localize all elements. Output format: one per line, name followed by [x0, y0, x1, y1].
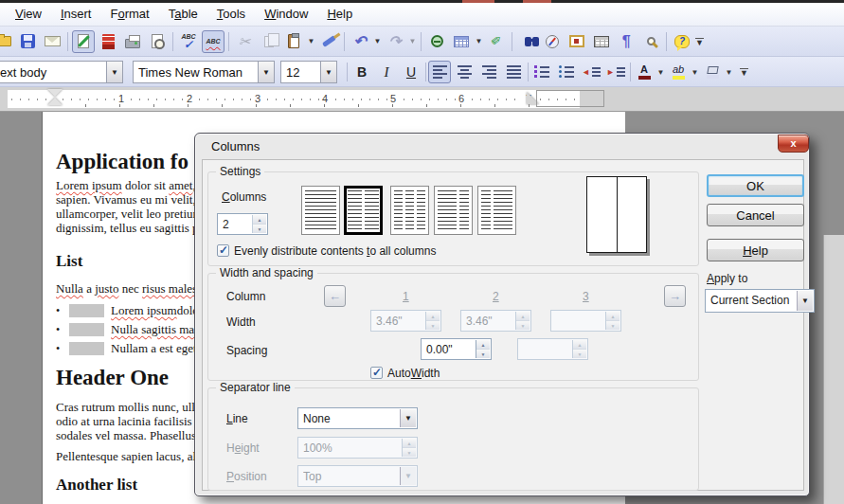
spinner-buttons[interactable]: ▲▼ [476, 340, 490, 358]
cut-icon: ✂ [233, 30, 256, 53]
data-sources-icon[interactable] [590, 30, 613, 53]
formatting-marks-icon[interactable]: ¶ [615, 30, 637, 53]
format-paintbrush-icon[interactable] [317, 30, 340, 53]
preset-three-columns[interactable] [390, 186, 429, 235]
undo-dropdown-icon[interactable]: ▼ [372, 30, 383, 53]
menu-insert[interactable]: Insert [51, 3, 101, 26]
email-icon[interactable] [41, 30, 63, 53]
undo-icon[interactable]: ↶ [349, 30, 371, 53]
spinner-buttons: ▲▼ [515, 312, 530, 330]
spinner-buttons[interactable]: ▲▼ [252, 215, 266, 233]
table-dropdown-icon[interactable]: ▼ [474, 30, 484, 53]
paste-dropdown-icon[interactable]: ▼ [306, 30, 316, 53]
size-dropdown-icon[interactable]: ▼ [320, 62, 336, 82]
zoom-icon[interactable] [639, 30, 662, 53]
doc-paragraph: Pellentesque sapien lacus, aliq [56, 449, 206, 463]
align-center-icon[interactable] [453, 61, 476, 83]
evenly-distribute-checkbox[interactable] [217, 244, 229, 257]
doc-list-intro: Nulla a justo nec risus malesu [56, 281, 204, 296]
next-column-button[interactable]: → [664, 285, 686, 307]
width-column2-field: 3.46" ▲▼ [460, 310, 531, 332]
font-color-dropdown-icon[interactable]: ▼ [655, 61, 666, 83]
ok-button[interactable]: OK [707, 174, 804, 197]
navigator-icon[interactable] [541, 30, 564, 53]
chevron-down-icon: ▼ [400, 467, 416, 485]
align-right-icon[interactable] [477, 61, 500, 83]
chevron-down-icon[interactable]: ▼ [400, 409, 416, 427]
arrow-right-icon: → [669, 289, 681, 303]
bullet-list-icon[interactable] [555, 61, 578, 83]
table-icon[interactable] [450, 30, 473, 53]
cancel-button[interactable]: Cancel [707, 204, 804, 226]
highlighting-icon[interactable]: ab [667, 61, 690, 83]
menu-table[interactable]: Table [159, 3, 207, 26]
gallery-icon[interactable] [566, 30, 588, 53]
columns-count-spinner[interactable]: 2 ▲▼ [217, 213, 268, 235]
help-button[interactable]: Help [707, 239, 804, 261]
bold-icon[interactable]: B [350, 61, 373, 83]
save-icon[interactable] [16, 30, 39, 53]
find-replace-icon[interactable] [516, 30, 539, 53]
page-preview-icon[interactable] [146, 30, 169, 53]
menu-view[interactable]: View [6, 3, 51, 26]
font-size-combo[interactable]: 12 ▼ [280, 61, 337, 83]
apply-to-dropdown[interactable]: Current Section ▼ [705, 289, 815, 313]
paragraph-style-combo[interactable]: ext body ▼ [0, 61, 123, 83]
preset-one-column[interactable] [301, 186, 340, 235]
help-icon[interactable]: ? [671, 30, 693, 53]
autowidth-label[interactable]: AutoWidth [387, 367, 440, 380]
doc-heading-header-one: Header One [56, 366, 169, 390]
font-color-icon[interactable]: A [633, 61, 655, 83]
highlighting-dropdown-icon[interactable]: ▼ [690, 61, 700, 83]
menu-tools[interactable]: Tools [207, 3, 255, 26]
menu-help[interactable]: Help [317, 3, 362, 26]
vertical-scrollbar[interactable] [823, 235, 844, 504]
menu-window[interactable]: Window [255, 3, 317, 26]
toolbar-more-options-icon[interactable]: ▼ [694, 30, 705, 53]
style-dropdown-icon[interactable]: ▼ [106, 62, 122, 82]
background-color-dropdown-icon[interactable]: ▼ [724, 61, 734, 83]
spacing-field-1[interactable]: 0.00" ▲▼ [421, 338, 492, 360]
hyperlink-icon[interactable] [425, 30, 448, 53]
numbered-list-icon[interactable] [530, 61, 553, 83]
decrease-indent-icon[interactable]: ◄ [580, 61, 602, 83]
italic-icon[interactable]: I [375, 61, 398, 83]
line-label: Line [226, 412, 248, 425]
indent-marker[interactable] [47, 89, 63, 104]
export-pdf-icon[interactable] [97, 30, 119, 53]
column-number-2: 2 [493, 290, 499, 303]
autowidth-checkbox[interactable] [370, 367, 383, 379]
edit-file-icon[interactable] [72, 30, 95, 53]
print-icon[interactable] [121, 30, 144, 53]
toolbar-separator [172, 32, 173, 51]
font-name-combo[interactable]: Times New Roman ▼ [133, 61, 275, 83]
auto-spellcheck-icon[interactable]: ABC [202, 30, 224, 53]
underline-icon[interactable]: U [400, 61, 422, 83]
preset-right-wide[interactable] [477, 186, 516, 235]
align-left-icon[interactable] [428, 61, 451, 83]
paste-icon[interactable] [282, 30, 305, 53]
tab-stop-marks [85, 104, 538, 107]
increase-indent-icon[interactable]: ► [604, 61, 627, 83]
preset-two-columns[interactable] [344, 186, 383, 235]
evenly-distribute-label[interactable]: Evenly distribute contents to all column… [234, 244, 436, 258]
draw-functions-icon[interactable]: ✎ [485, 30, 508, 53]
line-style-dropdown[interactable]: None ▼ [297, 407, 418, 429]
menu-format[interactable]: Format [100, 3, 158, 26]
toolbar-more-options-icon[interactable]: ▼ [739, 61, 749, 83]
preset-left-wide[interactable] [434, 186, 473, 235]
arrow-left-icon: ← [329, 289, 341, 303]
spacing-field-2: ▲▼ [517, 338, 588, 360]
horizontal-ruler: 1 2 3 4 5 6 7 [0, 87, 844, 112]
spelling-icon[interactable]: ABC✓ [177, 30, 200, 53]
spinner-buttons: ▲▼ [572, 340, 586, 358]
background-color-icon[interactable] [701, 61, 724, 83]
ruler-track: 1 2 3 4 5 6 7 [8, 90, 580, 108]
close-icon[interactable]: x [778, 135, 809, 153]
chevron-down-icon[interactable]: ▼ [797, 291, 813, 311]
font-dropdown-icon[interactable]: ▼ [258, 62, 274, 82]
open-icon[interactable] [0, 30, 14, 53]
justify-icon[interactable] [502, 61, 525, 83]
apply-to-label: Apply to [707, 272, 747, 285]
previous-column-button[interactable]: ← [324, 285, 346, 307]
